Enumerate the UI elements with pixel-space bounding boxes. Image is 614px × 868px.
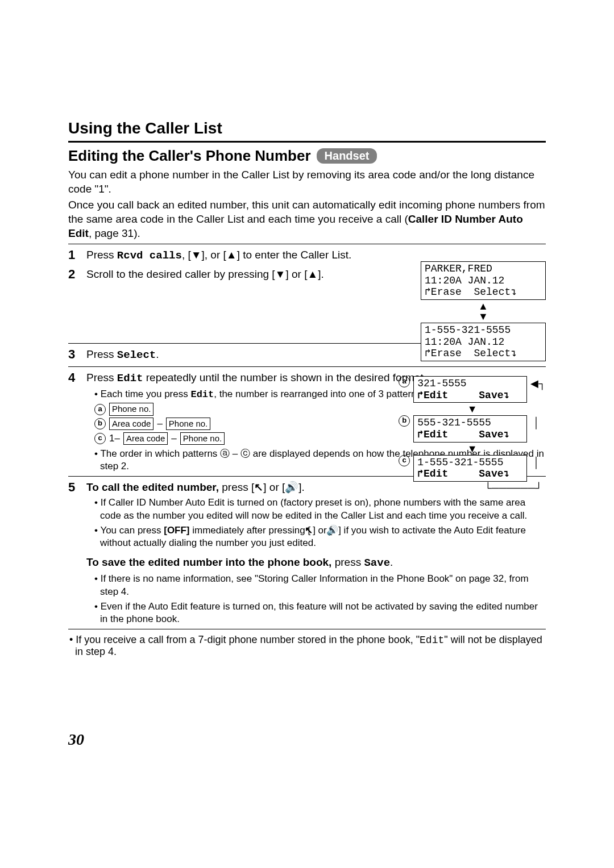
s5-save-b2: • Even if the Auto Edit feature is turne… — [94, 600, 546, 625]
s5-save-lead: To save the edited number into the phone… — [86, 555, 546, 571]
loop-return-icon: └──────┘ — [399, 483, 546, 493]
step-5-body: To call the edited number, press [↖] or … — [86, 480, 546, 625]
s5-l2: ] or [ — [263, 481, 285, 493]
lcd-caller-name: PARKER,FRED 11:20A JAN.12 ↱Erase Select↴ — [421, 261, 546, 300]
s1-a: Press — [86, 249, 117, 261]
lcd-c-label-icon: c — [399, 455, 410, 466]
step-1-num: 1 — [68, 248, 81, 262]
speaker-icon-2: 🔊 — [332, 524, 338, 537]
lcd-caller-number: 1-555-321-5555 11:20A JAN.12 ↱Erase Sele… — [421, 323, 546, 361]
rule-thick — [68, 141, 546, 143]
circled-a-icon: a — [94, 404, 106, 415]
lcd-edit-a: 321-5555 ↱Edit Save↴ — [413, 376, 527, 403]
s5-l1: press [ — [219, 481, 254, 493]
loop-line-2-icon: │ — [530, 455, 540, 468]
lcd-edit-c: 1-555-321-5555 ↱Edit Save↴ — [413, 455, 527, 482]
step-3-num: 3 — [68, 347, 81, 362]
pattern-b-phone: Phone no. — [166, 418, 210, 430]
pattern-c-phone: Phone no. — [180, 432, 225, 445]
handset-badge: Handset — [317, 148, 377, 164]
down-arrow-icon: ▼ — [399, 404, 546, 414]
circled-c-icon: c — [94, 433, 106, 444]
footnote: • If you receive a call from a 7-digit p… — [68, 634, 546, 658]
step-5-num: 5 — [68, 480, 81, 495]
circled-b-icon: b — [94, 418, 106, 429]
rule-thin-3 — [68, 366, 546, 367]
rule-thin — [68, 244, 546, 244]
s5-bullet1: • If Caller ID Number Auto Edit is turne… — [94, 496, 546, 521]
step-2-num: 2 — [68, 267, 81, 282]
s3-a: Press — [86, 348, 117, 360]
s5-save-b1: • If there is no name information, see "… — [94, 573, 546, 598]
s5-bullet2: • You can press [OFF] immediately after … — [94, 524, 546, 549]
loop-arrow-icon: ◀┐ — [530, 376, 546, 389]
intro-2c: , page 31). — [89, 227, 140, 239]
section-title: Using the Caller List — [68, 119, 546, 137]
rule-thin-5 — [68, 629, 546, 629]
step-4-screens: a 321-5555 ↱Edit Save↴ ◀┐ ▼ b 555-321-55… — [399, 376, 546, 494]
loop-line-icon: │ — [530, 415, 540, 428]
s1-b: , [▼], or [▲] to enter the Caller List. — [182, 249, 351, 261]
lcd-a-label-icon: a — [399, 376, 410, 387]
s4-code: Edit — [117, 372, 143, 385]
talk-icon: ↖ — [254, 480, 263, 495]
pattern-c-prefix: 1– — [109, 432, 120, 445]
speaker-icon: 🔊 — [285, 480, 298, 495]
s5-l3: ]. — [298, 481, 305, 493]
s4-b: repeatedly until the number is shown in … — [143, 372, 426, 383]
step-5: 5 To call the edited number, press [↖] o… — [68, 480, 546, 625]
step-4-num: 4 — [68, 370, 81, 385]
pattern-c-area: Area code — [123, 432, 168, 445]
down-arrow-2-icon: ▼ — [399, 444, 546, 454]
page-number: 30 — [68, 731, 84, 749]
pattern-a-phone: Phone no. — [109, 403, 154, 415]
updown-arrow-icon: ▲▼ — [421, 301, 546, 322]
s3-b: . — [156, 348, 159, 360]
lcd-edit-b: 555-321-5555 ↱Edit Save↴ — [413, 415, 527, 442]
pattern-b-area: Area code — [109, 418, 154, 430]
s1-code: Rcvd calls — [117, 249, 182, 262]
s5-lead: To call the edited number, — [86, 481, 219, 493]
intro-text-1: You can edit a phone number in the Calle… — [68, 168, 546, 196]
s4-a: Press — [86, 372, 117, 383]
step-2-screens: PARKER,FRED 11:20A JAN.12 ↱Erase Select↴… — [421, 261, 546, 361]
lcd-b-label-icon: b — [399, 415, 410, 427]
s3-code: Select — [117, 349, 156, 361]
intro-text-2: Once you call back an edited number, thi… — [68, 198, 546, 240]
subtitle: Editing the Caller's Phone Number — [68, 147, 311, 165]
